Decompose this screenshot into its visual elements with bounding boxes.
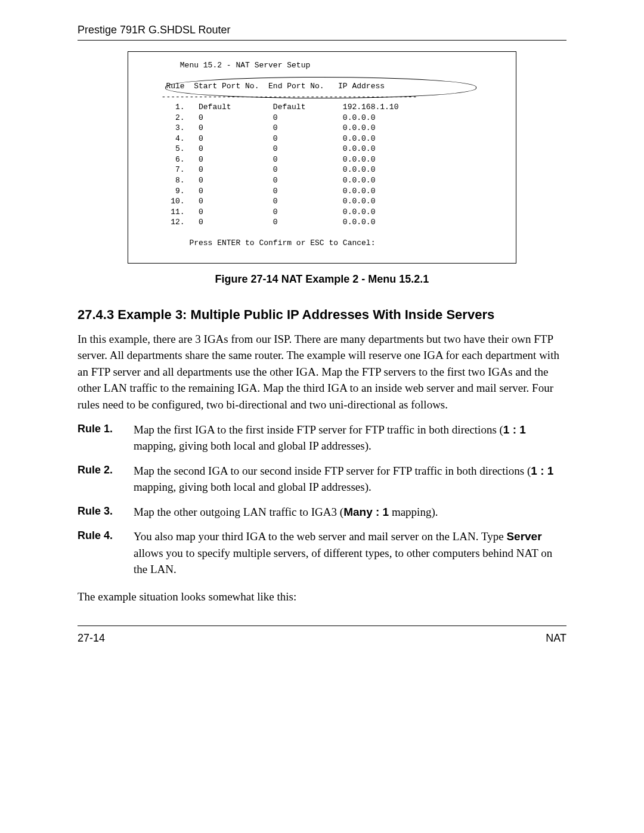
figure-caption: Figure 27-14 NAT Example 2 - Menu 15.2.1 xyxy=(78,273,566,286)
rule-label: Rule 1. xyxy=(78,422,120,454)
terminal-screenshot: Menu 15.2 - NAT Server Setup Rule Start … xyxy=(128,51,516,264)
document-page: Prestige 791R G.SHDSL Router Menu 15.2 -… xyxy=(0,0,644,680)
rule-label: Rule 2. xyxy=(78,463,120,496)
highlight-oval xyxy=(165,77,476,98)
running-header: Prestige 791R G.SHDSL Router xyxy=(78,24,566,41)
rule-text-pre: Map the second IGA to our second inside … xyxy=(134,465,531,477)
rule-text-post: mapping, giving both local and global IP… xyxy=(134,439,371,452)
rule-item: Rule 1.Map the first IGA to the first in… xyxy=(78,422,566,454)
closing-line: The example situation looks somewhat lik… xyxy=(78,589,566,605)
rule-label: Rule 4. xyxy=(78,528,120,578)
rule-label: Rule 3. xyxy=(78,504,120,521)
rule-item: Rule 3.Map the other outgoing LAN traffi… xyxy=(78,504,566,521)
rule-text-pre: You also map your third IGA to the web s… xyxy=(134,530,506,543)
rule-item: Rule 2.Map the second IGA to our second … xyxy=(78,463,566,496)
rule-item: Rule 4.You also map your third IGA to th… xyxy=(78,528,566,578)
section-label: NAT xyxy=(546,632,566,645)
rule-text-post: allows you to specify multiple servers, … xyxy=(134,547,552,576)
section-paragraph: In this example, there are 3 IGAs from o… xyxy=(78,331,566,413)
page-footer: 27-14 NAT xyxy=(78,625,566,645)
rule-text-bold: Many : 1 xyxy=(343,506,389,518)
rule-list: Rule 1.Map the first IGA to the first in… xyxy=(78,422,566,578)
rule-text-pre: Map the first IGA to the first inside FT… xyxy=(134,423,503,436)
rule-text-pre: Map the other outgoing LAN traffic to IG… xyxy=(134,506,343,518)
rule-text-bold: Server xyxy=(506,530,541,543)
rule-text: You also map your third IGA to the web s… xyxy=(134,528,566,578)
rule-text: Map the second IGA to our second inside … xyxy=(134,463,566,496)
rule-text: Map the first IGA to the first inside FT… xyxy=(134,422,566,454)
page-number: 27-14 xyxy=(78,632,105,645)
rule-text-bold: 1 : 1 xyxy=(503,423,526,436)
rule-text-post: mapping, giving both local and global IP… xyxy=(134,481,371,493)
rule-text-bold: 1 : 1 xyxy=(531,465,553,477)
terminal-text: Menu 15.2 - NAT Server Setup Rule Start … xyxy=(152,60,492,249)
section-heading: 27.4.3 Example 3: Multiple Public IP Add… xyxy=(78,307,566,323)
rule-text: Map the other outgoing LAN traffic to IG… xyxy=(134,504,566,521)
rule-text-post: mapping). xyxy=(389,506,438,518)
